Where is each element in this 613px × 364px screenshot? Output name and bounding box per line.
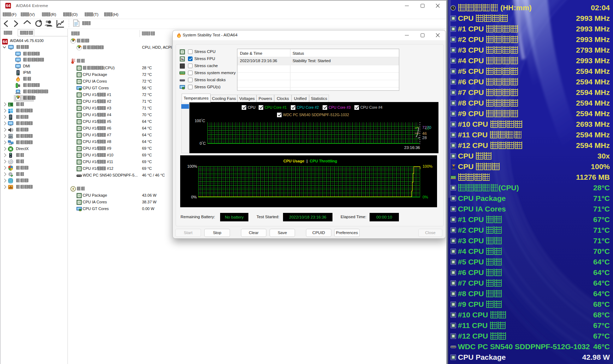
- svg-text:%: %: [181, 58, 184, 61]
